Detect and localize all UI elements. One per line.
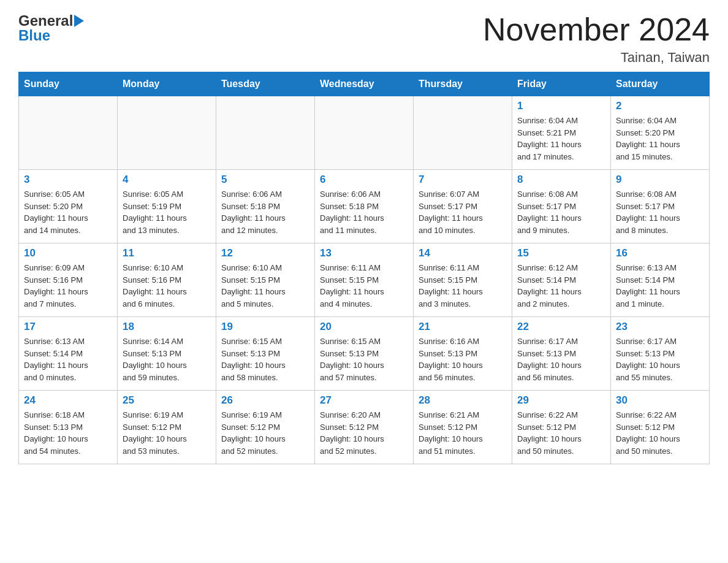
location-title: Tainan, Taiwan [483, 50, 710, 66]
day-info: Sunrise: 6:22 AM Sunset: 5:12 PM Dayligh… [616, 409, 704, 457]
day-info: Sunrise: 6:04 AM Sunset: 5:21 PM Dayligh… [517, 115, 605, 163]
day-number: 1 [517, 100, 605, 112]
calendar-cell: 6Sunrise: 6:06 AM Sunset: 5:18 PM Daylig… [315, 170, 414, 243]
day-number: 15 [517, 247, 605, 259]
day-number: 29 [517, 394, 605, 407]
calendar-cell [414, 96, 512, 170]
day-info: Sunrise: 6:14 AM Sunset: 5:13 PM Dayligh… [123, 335, 211, 383]
calendar-cell: 26Sunrise: 6:19 AM Sunset: 5:12 PM Dayli… [216, 391, 315, 464]
day-of-week-saturday: Saturday [611, 72, 710, 96]
month-title: November 2024 [483, 12, 710, 47]
day-info: Sunrise: 6:09 AM Sunset: 5:16 PM Dayligh… [24, 262, 112, 310]
day-info: Sunrise: 6:04 AM Sunset: 5:20 PM Dayligh… [616, 115, 704, 163]
calendar-header-row: SundayMondayTuesdayWednesdayThursdayFrid… [19, 72, 710, 96]
calendar-cell [118, 96, 216, 170]
day-info: Sunrise: 6:12 AM Sunset: 5:14 PM Dayligh… [517, 262, 605, 310]
calendar-cell: 18Sunrise: 6:14 AM Sunset: 5:13 PM Dayli… [118, 317, 216, 391]
calendar-cell: 10Sunrise: 6:09 AM Sunset: 5:16 PM Dayli… [19, 243, 118, 317]
calendar-cell: 23Sunrise: 6:17 AM Sunset: 5:13 PM Dayli… [611, 317, 710, 391]
day-of-week-tuesday: Tuesday [216, 72, 315, 96]
day-number: 6 [320, 174, 408, 186]
calendar-cell: 28Sunrise: 6:21 AM Sunset: 5:12 PM Dayli… [414, 391, 512, 464]
calendar-week-row: 17Sunrise: 6:13 AM Sunset: 5:14 PM Dayli… [19, 317, 710, 391]
calendar-cell: 3Sunrise: 6:05 AM Sunset: 5:20 PM Daylig… [19, 170, 118, 243]
day-of-week-thursday: Thursday [414, 72, 512, 96]
day-of-week-wednesday: Wednesday [315, 72, 414, 96]
day-number: 16 [616, 247, 704, 259]
calendar-cell: 15Sunrise: 6:12 AM Sunset: 5:14 PM Dayli… [512, 243, 611, 317]
day-number: 17 [24, 321, 112, 333]
day-number: 11 [123, 247, 211, 259]
calendar-cell [19, 96, 118, 170]
calendar-cell: 30Sunrise: 6:22 AM Sunset: 5:12 PM Dayli… [611, 391, 710, 464]
day-number: 2 [616, 100, 704, 112]
calendar-week-row: 24Sunrise: 6:18 AM Sunset: 5:13 PM Dayli… [19, 391, 710, 464]
day-info: Sunrise: 6:20 AM Sunset: 5:12 PM Dayligh… [320, 409, 408, 457]
day-info: Sunrise: 6:11 AM Sunset: 5:15 PM Dayligh… [419, 262, 507, 310]
calendar-cell: 4Sunrise: 6:05 AM Sunset: 5:19 PM Daylig… [118, 170, 216, 243]
day-info: Sunrise: 6:17 AM Sunset: 5:13 PM Dayligh… [616, 335, 704, 383]
day-info: Sunrise: 6:11 AM Sunset: 5:15 PM Dayligh… [320, 262, 408, 310]
day-info: Sunrise: 6:05 AM Sunset: 5:20 PM Dayligh… [24, 188, 112, 236]
calendar-cell: 25Sunrise: 6:19 AM Sunset: 5:12 PM Dayli… [118, 391, 216, 464]
day-info: Sunrise: 6:08 AM Sunset: 5:17 PM Dayligh… [616, 188, 704, 236]
day-number: 7 [419, 174, 507, 186]
day-number: 14 [419, 247, 507, 259]
day-info: Sunrise: 6:16 AM Sunset: 5:13 PM Dayligh… [419, 335, 507, 383]
calendar-cell: 5Sunrise: 6:06 AM Sunset: 5:18 PM Daylig… [216, 170, 315, 243]
day-number: 22 [517, 321, 605, 333]
logo-area: General Blue [18, 12, 84, 44]
day-info: Sunrise: 6:06 AM Sunset: 5:18 PM Dayligh… [221, 188, 309, 236]
calendar-cell: 16Sunrise: 6:13 AM Sunset: 5:14 PM Dayli… [611, 243, 710, 317]
calendar-cell [216, 96, 315, 170]
day-number: 20 [320, 321, 408, 333]
day-of-week-friday: Friday [512, 72, 611, 96]
day-number: 24 [24, 394, 112, 407]
day-info: Sunrise: 6:15 AM Sunset: 5:13 PM Dayligh… [221, 335, 309, 383]
day-number: 21 [419, 321, 507, 333]
calendar-week-row: 1Sunrise: 6:04 AM Sunset: 5:21 PM Daylig… [19, 96, 710, 170]
day-number: 10 [24, 247, 112, 259]
day-number: 18 [123, 321, 211, 333]
day-number: 8 [517, 174, 605, 186]
calendar-cell: 12Sunrise: 6:10 AM Sunset: 5:15 PM Dayli… [216, 243, 315, 317]
calendar-week-row: 3Sunrise: 6:05 AM Sunset: 5:20 PM Daylig… [19, 170, 710, 243]
day-number: 4 [123, 174, 211, 186]
calendar-cell: 21Sunrise: 6:16 AM Sunset: 5:13 PM Dayli… [414, 317, 512, 391]
day-number: 28 [419, 394, 507, 407]
day-info: Sunrise: 6:21 AM Sunset: 5:12 PM Dayligh… [419, 409, 507, 457]
calendar-cell: 13Sunrise: 6:11 AM Sunset: 5:15 PM Dayli… [315, 243, 414, 317]
day-number: 23 [616, 321, 704, 333]
day-number: 12 [221, 247, 309, 259]
calendar-cell: 11Sunrise: 6:10 AM Sunset: 5:16 PM Dayli… [118, 243, 216, 317]
calendar-cell: 9Sunrise: 6:08 AM Sunset: 5:17 PM Daylig… [611, 170, 710, 243]
page-header: General Blue November 2024 Tainan, Taiwa… [18, 12, 710, 66]
calendar-cell [315, 96, 414, 170]
day-number: 19 [221, 321, 309, 333]
day-number: 3 [24, 174, 112, 186]
day-info: Sunrise: 6:19 AM Sunset: 5:12 PM Dayligh… [123, 409, 211, 457]
day-info: Sunrise: 6:07 AM Sunset: 5:17 PM Dayligh… [419, 188, 507, 236]
calendar-cell: 2Sunrise: 6:04 AM Sunset: 5:20 PM Daylig… [611, 96, 710, 170]
logo-blue-text: Blue [18, 27, 50, 44]
calendar-cell: 17Sunrise: 6:13 AM Sunset: 5:14 PM Dayli… [19, 317, 118, 391]
day-info: Sunrise: 6:15 AM Sunset: 5:13 PM Dayligh… [320, 335, 408, 383]
day-info: Sunrise: 6:10 AM Sunset: 5:15 PM Dayligh… [221, 262, 309, 310]
day-info: Sunrise: 6:10 AM Sunset: 5:16 PM Dayligh… [123, 262, 211, 310]
day-info: Sunrise: 6:18 AM Sunset: 5:13 PM Dayligh… [24, 409, 112, 457]
day-number: 26 [221, 394, 309, 407]
calendar-cell: 22Sunrise: 6:17 AM Sunset: 5:13 PM Dayli… [512, 317, 611, 391]
day-number: 25 [123, 394, 211, 407]
day-of-week-sunday: Sunday [19, 72, 118, 96]
day-info: Sunrise: 6:05 AM Sunset: 5:19 PM Dayligh… [123, 188, 211, 236]
calendar-cell: 29Sunrise: 6:22 AM Sunset: 5:12 PM Dayli… [512, 391, 611, 464]
day-info: Sunrise: 6:17 AM Sunset: 5:13 PM Dayligh… [517, 335, 605, 383]
title-area: November 2024 Tainan, Taiwan [483, 12, 710, 66]
day-info: Sunrise: 6:13 AM Sunset: 5:14 PM Dayligh… [616, 262, 704, 310]
calendar-week-row: 10Sunrise: 6:09 AM Sunset: 5:16 PM Dayli… [19, 243, 710, 317]
day-number: 27 [320, 394, 408, 407]
calendar-cell: 8Sunrise: 6:08 AM Sunset: 5:17 PM Daylig… [512, 170, 611, 243]
calendar-cell: 14Sunrise: 6:11 AM Sunset: 5:15 PM Dayli… [414, 243, 512, 317]
day-of-week-monday: Monday [118, 72, 216, 96]
day-info: Sunrise: 6:13 AM Sunset: 5:14 PM Dayligh… [24, 335, 112, 383]
